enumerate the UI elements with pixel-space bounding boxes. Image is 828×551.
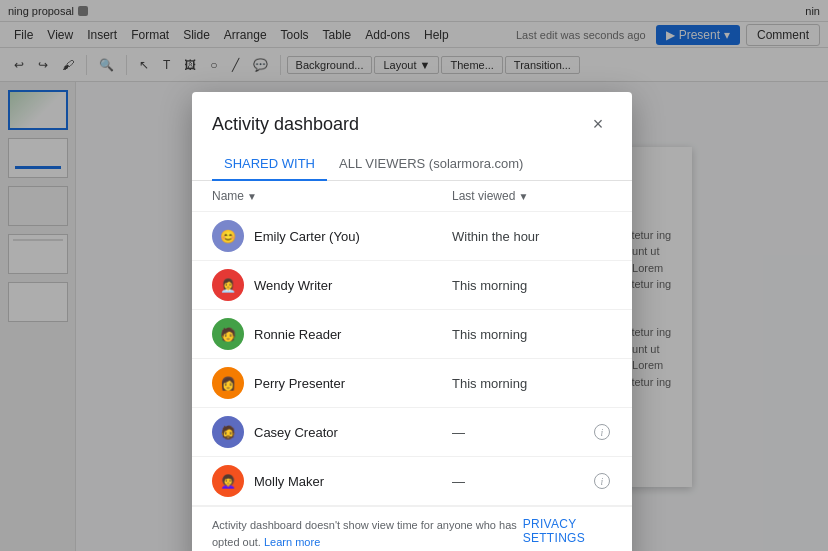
avatar-initials-wendy: 👩‍💼 — [220, 278, 236, 293]
modal-table: Name ▼ Last viewed ▼ 😊 Emily Carter (You… — [192, 181, 632, 506]
avatar-molly: 👩‍🦱 — [212, 465, 244, 497]
name-col-emily: 😊 Emily Carter (You) — [212, 220, 452, 252]
info-col-casey[interactable]: i — [592, 424, 612, 440]
footer-note-text: Activity dashboard doesn't show view tim… — [212, 519, 517, 548]
viewed-wendy: This morning — [452, 278, 592, 293]
avatar-initials-perry: 👩 — [220, 376, 236, 391]
modal-tabs: SHARED WITH ALL VIEWERS (solarmora.com) — [192, 148, 632, 181]
avatar-initials-casey: 🧔 — [220, 425, 236, 440]
learn-more-link[interactable]: Learn more — [264, 536, 320, 548]
modal-close-button[interactable]: × — [584, 110, 612, 138]
name-wendy: Wendy Writer — [254, 278, 332, 293]
name-perry: Perry Presenter — [254, 376, 345, 391]
avatar-casey: 🧔 — [212, 416, 244, 448]
name-col-molly: 👩‍🦱 Molly Maker — [212, 465, 452, 497]
avatar-wendy: 👩‍💼 — [212, 269, 244, 301]
table-row-molly: 👩‍🦱 Molly Maker — i — [192, 457, 632, 506]
name-molly: Molly Maker — [254, 474, 324, 489]
info-icon-casey[interactable]: i — [594, 424, 610, 440]
tab-all-viewers[interactable]: ALL VIEWERS (solarmora.com) — [327, 148, 535, 181]
tab-shared-with[interactable]: SHARED WITH — [212, 148, 327, 181]
col-viewed-header: Last viewed ▼ — [452, 189, 612, 203]
name-col-ronnie: 🧑 Ronnie Reader — [212, 318, 452, 350]
name-col-perry: 👩 Perry Presenter — [212, 367, 452, 399]
avatar-initials-molly: 👩‍🦱 — [220, 474, 236, 489]
table-row-perry: 👩 Perry Presenter This morning — [192, 359, 632, 408]
avatar-ronnie: 🧑 — [212, 318, 244, 350]
modal-header: Activity dashboard × — [192, 92, 632, 148]
table-header: Name ▼ Last viewed ▼ — [192, 181, 632, 212]
modal-footer: Activity dashboard doesn't show view tim… — [192, 506, 632, 551]
footer-note: Activity dashboard doesn't show view tim… — [212, 517, 523, 550]
name-casey: Casey Creator — [254, 425, 338, 440]
table-row-ronnie: 🧑 Ronnie Reader This morning — [192, 310, 632, 359]
viewed-emily: Within the hour — [452, 229, 592, 244]
name-col-casey: 🧔 Casey Creator — [212, 416, 452, 448]
name-sort-arrow[interactable]: ▼ — [247, 191, 257, 202]
avatar-perry: 👩 — [212, 367, 244, 399]
info-icon-molly[interactable]: i — [594, 473, 610, 489]
table-row-casey: 🧔 Casey Creator — i — [192, 408, 632, 457]
viewed-sort-arrow[interactable]: ▼ — [518, 191, 528, 202]
info-col-molly[interactable]: i — [592, 473, 612, 489]
viewed-molly: — — [452, 474, 592, 489]
viewed-casey: — — [452, 425, 592, 440]
col-name-label: Name — [212, 189, 244, 203]
name-col-wendy: 👩‍💼 Wendy Writer — [212, 269, 452, 301]
table-row-wendy: 👩‍💼 Wendy Writer This morning — [192, 261, 632, 310]
viewed-ronnie: This morning — [452, 327, 592, 342]
avatar-initials-emily: 😊 — [220, 229, 236, 244]
table-row-emily: 😊 Emily Carter (You) Within the hour — [192, 212, 632, 261]
col-name-header: Name ▼ — [212, 189, 452, 203]
viewed-perry: This morning — [452, 376, 592, 391]
avatar-emily: 😊 — [212, 220, 244, 252]
privacy-settings-button[interactable]: PRIVACY SETTINGS — [523, 515, 612, 547]
col-viewed-label: Last viewed — [452, 189, 515, 203]
name-emily: Emily Carter (You) — [254, 229, 360, 244]
modal-title: Activity dashboard — [212, 114, 359, 135]
activity-dashboard-modal: Activity dashboard × SHARED WITH ALL VIE… — [192, 92, 632, 551]
avatar-initials-ronnie: 🧑 — [220, 327, 236, 342]
name-ronnie: Ronnie Reader — [254, 327, 341, 342]
